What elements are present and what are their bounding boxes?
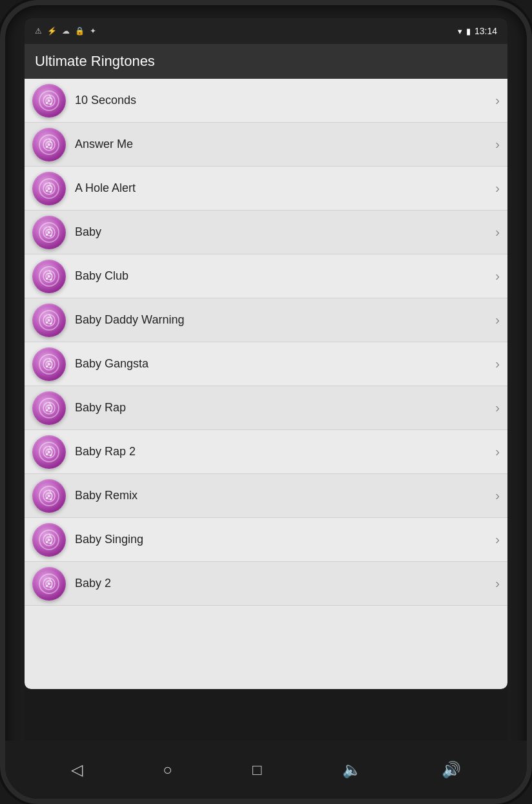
svg-line-7 (49, 139, 51, 141)
ringtone-name: Baby Rap 2 (75, 445, 495, 459)
ringtone-icon (32, 347, 66, 381)
list-item[interactable]: Baby Remix › (25, 474, 507, 518)
svg-line-31 (49, 402, 51, 405)
app-header: Ultimate Ringtones (25, 44, 507, 79)
ringtone-icon-inner (39, 266, 59, 287)
svg-point-30 (48, 407, 50, 409)
app-title: Ultimate Ringtones (35, 53, 155, 69)
chevron-right-icon: › (495, 137, 500, 152)
svg-point-10 (48, 187, 50, 190)
list-item[interactable]: A Hole Alert › (25, 167, 507, 211)
svg-point-17 (46, 273, 52, 280)
status-right: ▾ ▮ 13:14 (458, 26, 497, 36)
list-item[interactable]: Baby › (25, 211, 507, 254)
vol-down-button[interactable]: 🔈 (336, 754, 368, 785)
chevron-right-icon: › (495, 269, 500, 283)
svg-point-12 (43, 227, 55, 238)
screen: ⚠ ⚡ ☁ 🔒 ✦ ▾ ▮ 13:14 Ultimate Ringtones (25, 18, 507, 689)
svg-line-3 (49, 95, 51, 98)
ringtone-icon-inner (39, 354, 59, 375)
status-icons-left: ⚠ ⚡ ☁ 🔒 ✦ (35, 26, 96, 36)
svg-line-27 (49, 358, 51, 361)
list-item[interactable]: Answer Me › (25, 123, 507, 167)
battery-icon: ▮ (466, 26, 471, 36)
svg-point-42 (48, 539, 50, 541)
lock-icon: 🔒 (75, 26, 85, 36)
ringtone-list[interactable]: 10 Seconds › Answer Me › (25, 79, 507, 689)
home-button[interactable]: ○ (156, 754, 179, 785)
chevron-right-icon: › (495, 488, 500, 503)
svg-point-38 (48, 495, 50, 497)
chevron-right-icon: › (495, 532, 500, 547)
ringtone-icon (32, 216, 66, 249)
settings-icon: ✦ (90, 26, 96, 36)
svg-line-39 (49, 490, 51, 493)
chevron-right-icon: › (495, 313, 500, 327)
svg-point-24 (43, 358, 55, 370)
ringtone-icon (32, 567, 66, 601)
svg-point-5 (46, 141, 52, 148)
ringtone-name: Baby Rap (75, 401, 495, 415)
ringtone-icon (32, 172, 66, 205)
svg-point-20 (43, 314, 55, 326)
ringtone-icon-inner (39, 178, 59, 199)
ringtone-icon (32, 391, 66, 425)
svg-point-41 (46, 537, 52, 543)
ringtone-icon (32, 435, 66, 469)
list-item[interactable]: Baby Rap 2 › (25, 430, 507, 474)
svg-point-32 (43, 446, 55, 458)
list-item[interactable]: Baby Gangsta › (25, 342, 507, 386)
chevron-right-icon: › (495, 444, 500, 459)
svg-line-35 (49, 446, 51, 449)
svg-point-34 (48, 451, 50, 453)
ringtone-icon (32, 84, 66, 118)
ringtone-name: Baby Remix (75, 489, 495, 502)
svg-point-33 (46, 449, 52, 455)
ringtone-icon (32, 523, 66, 557)
ringtone-icon-inner (39, 398, 59, 418)
chevron-right-icon: › (495, 181, 500, 196)
ringtone-icon-inner (39, 310, 59, 331)
svg-point-8 (43, 183, 55, 194)
vol-up-button[interactable]: 🔊 (435, 754, 467, 785)
svg-point-37 (46, 493, 52, 499)
ringtone-icon-inner (39, 442, 59, 462)
cloud-icon: ☁ (62, 26, 70, 36)
ringtone-icon (32, 479, 66, 513)
ringtone-name: Baby Gangsta (75, 357, 495, 371)
ringtone-name: Answer Me (75, 138, 495, 151)
chevron-right-icon: › (495, 400, 500, 415)
svg-line-11 (49, 183, 51, 185)
list-item[interactable]: Baby 2 › (25, 562, 507, 606)
ringtone-icon-inner (39, 90, 59, 111)
svg-line-23 (49, 314, 51, 317)
list-item[interactable]: Baby Singing › (25, 518, 507, 562)
ringtone-icon-inner (39, 530, 59, 550)
ringtone-name: Baby Daddy Warning (75, 313, 495, 327)
svg-point-13 (46, 229, 52, 236)
ringtone-name: Baby 2 (75, 577, 495, 590)
svg-point-2 (48, 99, 50, 102)
svg-point-26 (48, 363, 50, 366)
svg-point-21 (46, 317, 52, 324)
ringtone-icon-inner (39, 486, 59, 506)
svg-point-25 (46, 361, 52, 367)
svg-point-14 (48, 231, 50, 234)
ringtone-name: 10 Seconds (75, 94, 495, 107)
list-item[interactable]: Baby Daddy Warning › (25, 298, 507, 342)
svg-point-45 (46, 581, 52, 587)
svg-point-6 (48, 143, 50, 146)
ringtone-icon (32, 304, 66, 337)
chevron-right-icon: › (495, 356, 500, 371)
list-item[interactable]: 10 Seconds › (25, 79, 507, 123)
usb-icon: ⚡ (47, 26, 57, 36)
list-item[interactable]: Baby Club › (25, 254, 507, 298)
recents-button[interactable]: □ (246, 754, 269, 785)
ad-bar (25, 689, 507, 741)
svg-point-16 (43, 271, 55, 282)
list-item[interactable]: Baby Rap › (25, 386, 507, 430)
svg-point-1 (46, 98, 52, 104)
svg-line-19 (49, 271, 51, 273)
back-button[interactable]: ◁ (65, 754, 89, 785)
warning-icon: ⚠ (35, 26, 42, 36)
